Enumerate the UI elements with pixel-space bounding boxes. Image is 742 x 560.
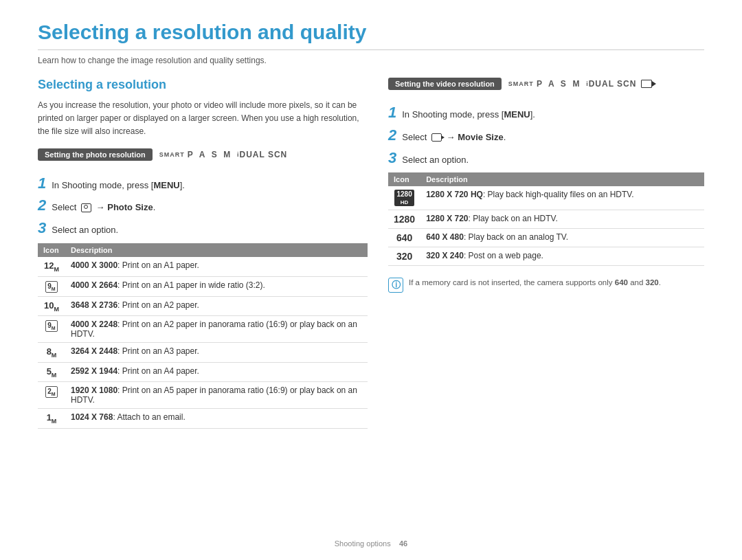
table-row: 9M 4000 X 2248: Print on an A2 paper in … bbox=[38, 316, 368, 343]
photo-res-table: Icon Description 12M 4000 X 3000: Print … bbox=[38, 243, 368, 429]
video-badge-icons: SMART P A S M iDUAL SCN bbox=[508, 79, 653, 89]
photo-badge: Setting the photo resolution bbox=[38, 148, 153, 161]
table-row: 5M 2592 X 1944: Print on an A4 paper. bbox=[38, 362, 368, 382]
note-text: If a memory card is not inserted, the ca… bbox=[409, 277, 661, 289]
table-row: 1280HD 1280 X 720 HQ: Play back high-qua… bbox=[388, 186, 704, 210]
left-step-2: 2 Select → Photo Size. bbox=[38, 198, 368, 215]
footer: Shooting options 46 bbox=[0, 539, 742, 548]
video-res-table: Icon Description 1280HD 1280 X 720 HQ: P… bbox=[388, 172, 704, 266]
note-icon: ⓘ bbox=[388, 278, 403, 293]
video-badge: Setting the video resolution bbox=[388, 78, 502, 90]
table-row: 9M 4000 X 2664: Print on an A1 paper in … bbox=[38, 276, 368, 296]
table-row: 8M 3264 X 2448: Print on an A3 paper. bbox=[38, 343, 368, 363]
left-section-title: Selecting a resolution bbox=[38, 78, 368, 92]
right-step-3: 3 Select an option. bbox=[388, 150, 704, 168]
right-step-2: 2 Select → Movie Size. bbox=[388, 128, 704, 145]
table-header-icon: Icon bbox=[388, 172, 420, 186]
table-row: 1M 1024 X 768: Attach to an email. bbox=[38, 409, 368, 429]
table-row: 320 320 X 240: Post on a web page. bbox=[388, 247, 704, 266]
right-step-1: 1 In Shooting mode, press [MENU]. bbox=[388, 105, 704, 122]
video-badge-row: Setting the video resolution SMART P A S… bbox=[388, 78, 704, 97]
page-title: Selecting a resolution and quality bbox=[38, 21, 704, 50]
page: Selecting a resolution and quality Learn… bbox=[0, 0, 742, 560]
table-header-desc: Description bbox=[420, 172, 704, 186]
left-section-desc: As you increase the resolution, your pho… bbox=[38, 99, 368, 139]
left-step-1: 1 In Shooting mode, press [MENU]. bbox=[38, 176, 368, 193]
page-subtitle: Learn how to change the image resolution… bbox=[38, 56, 704, 65]
footer-text: Shooting options bbox=[335, 539, 391, 548]
table-row: 1280 1280 X 720: Play back on an HDTV. bbox=[388, 210, 704, 229]
footer-page-num: 46 bbox=[399, 539, 407, 548]
table-header-desc: Description bbox=[65, 243, 368, 257]
note-box: ⓘ If a memory card is not inserted, the … bbox=[388, 277, 704, 293]
table-row: 10M 3648 X 2736: Print on an A2 paper. bbox=[38, 296, 368, 316]
photo-badge-icons: SMART P A S M iDUAL SCN bbox=[159, 150, 288, 159]
table-header-icon: Icon bbox=[38, 243, 65, 257]
left-step-3: 3 Select an option. bbox=[38, 221, 368, 238]
right-column: Setting the video resolution SMART P A S… bbox=[388, 78, 704, 429]
table-row: 640 640 X 480: Play back on an analog TV… bbox=[388, 229, 704, 247]
table-row: 12M 4000 X 3000: Print on an A1 paper. bbox=[38, 257, 368, 276]
left-column: Selecting a resolution As you increase t… bbox=[38, 78, 368, 429]
photo-badge-row: Setting the photo resolution SMART P A S… bbox=[38, 148, 368, 168]
table-row: 2M 1920 X 1080: Print on an A5 paper in … bbox=[38, 382, 368, 409]
